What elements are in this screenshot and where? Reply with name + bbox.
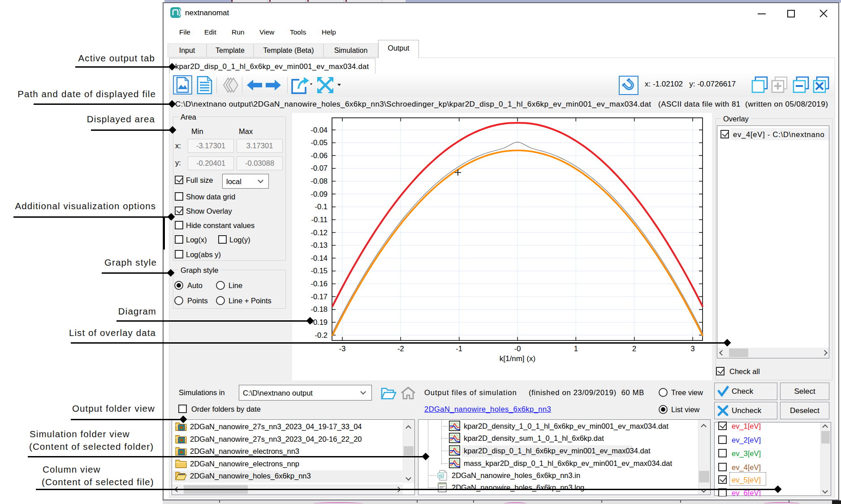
svg-text:-0: -0 [514,345,521,353]
svg-text:-0.06: -0.06 [311,151,328,159]
svg-text:2: 2 [632,345,636,353]
svg-text:3: 3 [690,345,694,353]
svg-text:-0.13: -0.13 [311,241,328,249]
svg-text:1: 1 [574,345,578,353]
svg-text:-3: -3 [339,345,346,353]
svg-text:-0.17: -0.17 [311,293,328,301]
svg-text:-0.11: -0.11 [311,215,328,224]
svg-text:-0.09: -0.09 [311,190,328,198]
svg-text:-0.16: -0.16 [311,280,328,288]
svg-text:-0.08: -0.08 [311,177,328,185]
svg-text:-0.14: -0.14 [311,254,328,262]
svg-text:n): n) [439,474,442,478]
svg-text:-0.2: -0.2 [315,331,328,339]
svg-text:k[1/nm] (x): k[1/nm] (x) [500,354,535,363]
svg-text:-0.12: -0.12 [311,228,328,237]
svg-text:-0.18: -0.18 [311,305,328,313]
svg-text:-0.15: -0.15 [311,267,328,275]
svg-text:-0.19: -0.19 [311,318,328,326]
svg-text:-0.07: -0.07 [311,164,328,172]
svg-text:-2: -2 [397,345,404,353]
svg-text:-0.05: -0.05 [311,138,328,146]
svg-text:-0.1: -0.1 [315,202,328,211]
svg-text:-1: -1 [456,345,462,353]
svg-text:-0.04: -0.04 [311,126,328,134]
